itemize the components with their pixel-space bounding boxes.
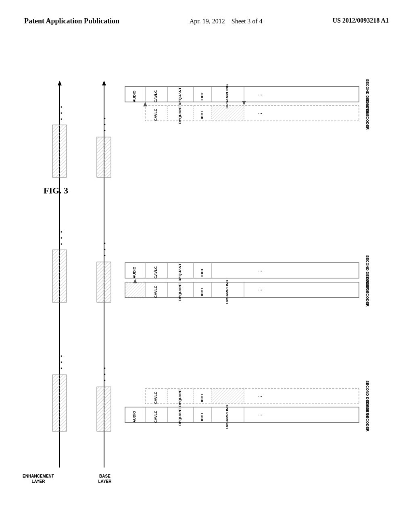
svg-rect-14	[125, 407, 359, 422]
svg-marker-94	[242, 101, 246, 105]
svg-text:IDCT: IDCT	[200, 268, 204, 276]
svg-text:LAYER: LAYER	[32, 479, 46, 484]
svg-rect-6	[52, 375, 67, 431]
svg-marker-1	[58, 81, 62, 85]
svg-text:AUDIO: AUDIO	[132, 91, 136, 102]
sheet-info: Sheet 3 of 4	[232, 18, 263, 25]
svg-rect-95	[145, 106, 359, 121]
svg-text:DEQUANT: DEQUANT	[178, 106, 182, 124]
svg-text:·: ·	[104, 239, 106, 247]
svg-text:···: ···	[258, 110, 262, 116]
svg-text:·: ·	[60, 358, 63, 366]
svg-rect-47	[125, 282, 145, 297]
svg-rect-46	[125, 282, 359, 297]
svg-text:···: ···	[258, 287, 262, 293]
svg-text:·: ·	[104, 251, 106, 260]
svg-rect-80	[125, 87, 359, 102]
svg-text:SECOND DECODER: SECOND DECODER	[365, 380, 369, 416]
svg-text:·: ·	[104, 127, 106, 135]
svg-text:IDCT: IDCT	[200, 393, 204, 402]
svg-text:·: ·	[104, 364, 106, 372]
svg-text:UPSAMPLING: UPSAMPLING	[225, 84, 229, 108]
svg-text:IDCT: IDCT	[200, 412, 204, 421]
svg-text:·: ·	[60, 364, 63, 372]
svg-rect-34	[212, 389, 244, 404]
svg-text:SECOND DECODER: SECOND DECODER	[365, 79, 369, 114]
svg-text:DEQUANT: DEQUANT	[178, 389, 182, 407]
svg-text:AUDIO: AUDIO	[132, 267, 136, 278]
svg-text:SECOND DECODER: SECOND DECODER	[365, 255, 369, 290]
svg-marker-4	[102, 81, 106, 85]
pub-date: Apr. 19, 2012	[190, 18, 225, 25]
svg-text:·: ·	[104, 121, 106, 129]
svg-text:···: ···	[258, 412, 262, 418]
svg-text:·: ·	[60, 352, 63, 360]
svg-rect-38	[52, 250, 67, 302]
svg-text:DEQUANT: DEQUANT	[178, 407, 182, 426]
svg-text:·: ·	[104, 114, 106, 123]
svg-text:·: ·	[60, 234, 63, 242]
svg-rect-39	[97, 262, 111, 302]
svg-marker-71	[133, 279, 137, 283]
svg-text:FIRST DECODER: FIRST DECODER	[365, 100, 369, 130]
svg-text:IDCT: IDCT	[200, 287, 204, 296]
svg-text:FIRST DECODER: FIRST DECODER	[365, 277, 369, 307]
svg-text:CAVLC: CAVLC	[154, 90, 158, 102]
svg-text:·: ·	[104, 245, 106, 254]
svg-text:·: ·	[104, 370, 106, 378]
svg-text:·: ·	[104, 376, 106, 384]
svg-text:CAVLC: CAVLC	[154, 266, 158, 278]
svg-text:UPSAMPLING: UPSAMPLING	[225, 280, 229, 304]
base-layer-label: BASE	[99, 474, 111, 478]
svg-text:···: ···	[258, 92, 262, 98]
page-header: Patent Application Publication Apr. 19, …	[0, 16, 413, 27]
svg-text:IDCT: IDCT	[200, 92, 204, 100]
svg-rect-27	[145, 389, 359, 404]
svg-text:CAVLC: CAVLC	[154, 410, 158, 423]
svg-text:DEQUANT: DEQUANT	[178, 263, 182, 281]
patent-number: US 2012/0093218 A1	[332, 16, 389, 25]
svg-text:·: ·	[60, 240, 63, 248]
svg-text:UPSAMPLING: UPSAMPLING	[225, 405, 229, 429]
svg-text:···: ···	[258, 393, 262, 399]
svg-rect-102	[212, 106, 244, 121]
svg-rect-7	[97, 387, 111, 431]
svg-text:CAVLC: CAVLC	[154, 391, 158, 404]
enhancement-layer-label: ENHANCEMENT	[23, 474, 54, 478]
publication-title: Patent Application Publication	[24, 16, 119, 26]
svg-marker-107	[143, 102, 147, 106]
svg-text:CAVLC: CAVLC	[154, 108, 158, 121]
svg-text:·: ·	[60, 228, 63, 236]
svg-text:·: ·	[60, 109, 63, 117]
fig-label: FIG. 3	[44, 185, 68, 195]
svg-text:···: ···	[258, 268, 262, 274]
svg-text:·: ·	[60, 115, 63, 123]
svg-rect-72	[52, 125, 67, 177]
svg-text:CAVLC: CAVLC	[154, 285, 158, 298]
svg-text:IDCT: IDCT	[200, 110, 204, 119]
svg-rect-73	[97, 137, 111, 177]
svg-text:AUDIO: AUDIO	[132, 411, 136, 423]
svg-text:DEQUANT: DEQUANT	[178, 87, 182, 105]
svg-rect-59	[125, 263, 359, 278]
svg-text:DEQUANT: DEQUANT	[178, 283, 182, 301]
diagram-svg: FIG. 3 ENHANCEMENT LAYER BASE LAYER · · …	[0, 0, 413, 532]
svg-text:LAYER: LAYER	[98, 479, 112, 484]
svg-text:·: ·	[60, 103, 63, 111]
svg-text:FIRST DECODER: FIRST DECODER	[365, 402, 369, 432]
publication-date-sheet: Apr. 19, 2012 Sheet 3 of 4	[190, 16, 263, 27]
